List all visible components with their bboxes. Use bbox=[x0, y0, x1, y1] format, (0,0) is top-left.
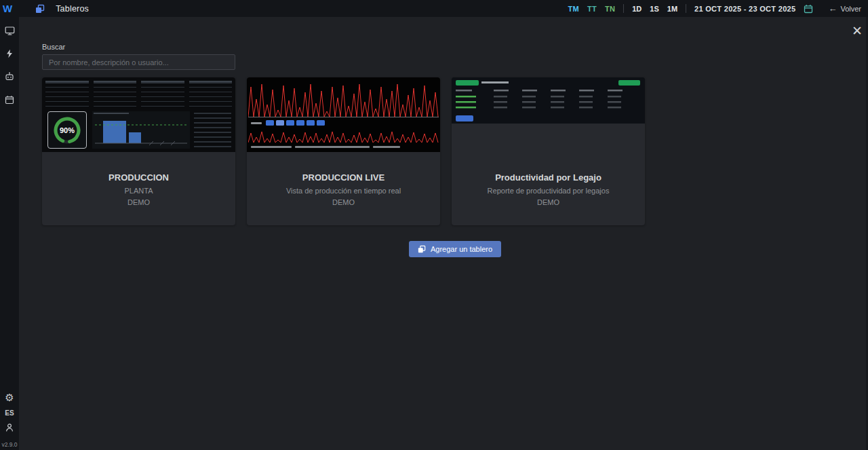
table-thumbnail bbox=[452, 77, 645, 124]
calendar-icon[interactable] bbox=[804, 4, 813, 14]
bar-chart bbox=[92, 111, 190, 151]
divider bbox=[686, 4, 686, 13]
gear-icon[interactable]: ⚙ bbox=[5, 392, 14, 402]
card-subtitle: Reporte de productividad por legajos bbox=[457, 187, 639, 195]
card-text: Productividad por Legajo Reporte de prod… bbox=[457, 172, 639, 206]
board-cards: 90% bbox=[42, 77, 868, 225]
card-subtitle: PLANTA bbox=[47, 187, 230, 195]
sidebar-bottom: ⚙ ES v2.9.0 bbox=[1, 392, 17, 448]
calendar-nav-icon[interactable] bbox=[4, 94, 15, 105]
back-button[interactable]: ← Volver bbox=[828, 4, 861, 13]
board-card-produccion[interactable]: 90% bbox=[42, 77, 235, 225]
search-input[interactable] bbox=[42, 54, 235, 70]
thumbnail-table bbox=[194, 113, 231, 147]
close-icon[interactable]: ✕ bbox=[852, 24, 863, 37]
boards-panel: ✕ Buscar 90% bbox=[19, 17, 868, 450]
board-card-productividad[interactable]: Productividad por Legajo Reporte de prod… bbox=[452, 77, 645, 225]
board-thumbnail bbox=[452, 77, 645, 124]
add-board-label: Agregar un tablero bbox=[431, 245, 492, 253]
toggle-tn[interactable]: TN bbox=[605, 5, 615, 13]
gauge-chart: 90% bbox=[47, 111, 87, 149]
add-board-row: Agregar un tablero bbox=[42, 241, 868, 257]
board-thumbnail: 90% bbox=[42, 77, 235, 152]
thumbnail-caption bbox=[251, 146, 400, 148]
monitor-icon[interactable] bbox=[4, 25, 15, 36]
toggle-tt[interactable]: TT bbox=[587, 5, 597, 13]
gauge-value: 90% bbox=[60, 126, 75, 134]
app-logo[interactable]: W bbox=[3, 3, 12, 14]
boards-content: Buscar 90% bbox=[19, 17, 868, 257]
app-root: W Tableros TM TT TN 1D 1S 1M 21 OCT 2025… bbox=[0, 0, 868, 450]
card-tag: DEMO bbox=[252, 198, 435, 206]
card-title: PRODUCCION bbox=[47, 172, 230, 183]
user-icon[interactable] bbox=[5, 423, 14, 435]
topbar: W Tableros TM TT TN 1D 1S 1M 21 OCT 2025… bbox=[0, 0, 868, 17]
add-board-button[interactable]: Agregar un tablero bbox=[409, 241, 501, 257]
range-1m-button[interactable]: 1M bbox=[667, 5, 677, 13]
page-title: Tableros bbox=[56, 4, 89, 14]
card-tag: DEMO bbox=[47, 198, 230, 206]
search-label: Buscar bbox=[42, 43, 868, 51]
card-title: Productividad por Legajo bbox=[457, 172, 639, 183]
back-arrow-icon: ← bbox=[828, 4, 837, 13]
card-tag: DEMO bbox=[457, 198, 639, 206]
topbar-left: W Tableros bbox=[3, 3, 89, 14]
lightning-icon[interactable] bbox=[4, 48, 15, 59]
topbar-right: TM TT TN 1D 1S 1M 21 OCT 2025 - 23 OCT 2… bbox=[568, 4, 861, 14]
card-subtitle: Vista de producción en tiempo real bbox=[252, 187, 435, 195]
toggle-tm[interactable]: TM bbox=[568, 5, 578, 13]
boards-icon[interactable] bbox=[35, 4, 45, 14]
range-1d-button[interactable]: 1D bbox=[632, 5, 642, 13]
divider bbox=[623, 4, 624, 13]
thumbnail-controls bbox=[251, 120, 325, 126]
sidebar: ⚙ ES v2.9.0 bbox=[0, 17, 19, 450]
spike-chart-small bbox=[248, 129, 439, 144]
board-thumbnail bbox=[247, 77, 440, 152]
thumbnail-tables bbox=[45, 81, 232, 109]
date-range[interactable]: 21 OCT 2025 - 23 OCT 2025 bbox=[694, 5, 795, 13]
range-1s-button[interactable]: 1S bbox=[650, 5, 658, 13]
bot-icon[interactable] bbox=[4, 71, 15, 82]
board-card-produccion-live[interactable]: PRODUCCION LIVE Vista de producción en t… bbox=[247, 77, 440, 225]
app-version: v2.9.0 bbox=[1, 441, 17, 448]
card-text: PRODUCCION PLANTA DEMO bbox=[47, 172, 230, 206]
spike-chart bbox=[248, 80, 439, 118]
card-text: PRODUCCION LIVE Vista de producción en t… bbox=[252, 172, 435, 206]
language-selector[interactable]: ES bbox=[5, 409, 14, 417]
card-title: PRODUCCION LIVE bbox=[252, 172, 435, 183]
back-label: Volver bbox=[840, 5, 861, 13]
add-board-icon bbox=[418, 245, 426, 253]
